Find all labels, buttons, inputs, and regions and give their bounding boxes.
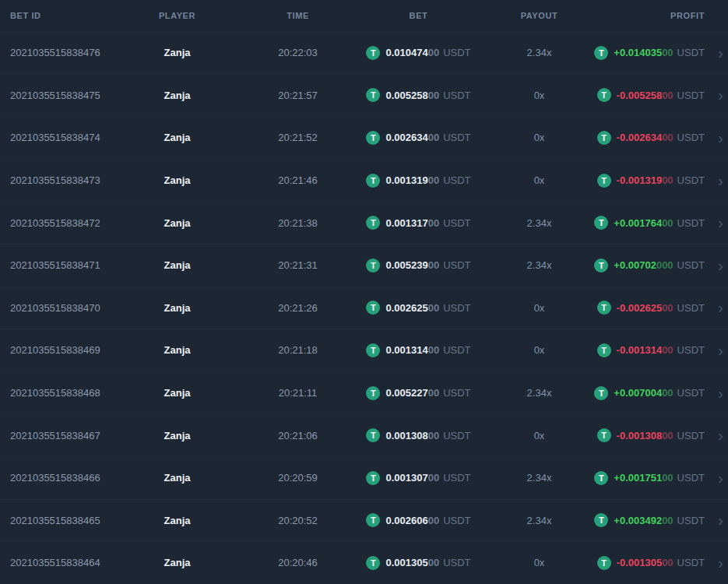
bet-id: 2021035515838469 bbox=[0, 344, 117, 356]
table-row[interactable]: 2021035515838467 Zanja 20:21:06 T 0.0013… bbox=[0, 413, 728, 456]
currency-label: USDT bbox=[443, 259, 470, 271]
table-row[interactable]: 2021035515838471 Zanja 20:21:31 T 0.0052… bbox=[0, 244, 728, 287]
payout-multiplier: 0x bbox=[479, 90, 600, 101]
profit-amount: T +0.00700400 USDT › bbox=[600, 386, 728, 400]
profit-amount: T -0.00130500 USDT › bbox=[600, 556, 728, 570]
chevron-right-icon: › bbox=[718, 86, 723, 103]
currency-label: USDT bbox=[443, 515, 470, 526]
tether-icon: T bbox=[366, 174, 380, 188]
bet-amount-value: 0.001307 bbox=[385, 472, 427, 484]
currency-label: USDT bbox=[443, 132, 470, 143]
table-row[interactable]: 2021035515838475 Zanja 20:21:57 T 0.0052… bbox=[0, 74, 728, 117]
bet-amount-trailing-zeros: 00 bbox=[428, 259, 439, 271]
profit-amount-value: -0.002634 bbox=[617, 132, 663, 143]
bet-amount-value: 0.001308 bbox=[385, 430, 427, 442]
bet-amount-trailing-zeros: 00 bbox=[428, 387, 439, 399]
table-row[interactable]: 2021035515838466 Zanja 20:20:59 T 0.0013… bbox=[0, 456, 728, 499]
currency-label: USDT bbox=[677, 344, 705, 356]
tether-icon: T bbox=[366, 301, 380, 315]
payout-multiplier: 0x bbox=[479, 344, 600, 356]
bet-amount-value: 0.002634 bbox=[385, 132, 427, 143]
profit-amount: T +0.01403500 USDT › bbox=[600, 46, 728, 60]
payout-multiplier: 2.34x bbox=[479, 217, 600, 229]
bet-amount-trailing-zeros: 00 bbox=[428, 302, 439, 314]
chevron-right-icon: › bbox=[718, 427, 723, 443]
table-row[interactable]: 2021035515838470 Zanja 20:21:26 T 0.0026… bbox=[0, 287, 728, 329]
currency-label: USDT bbox=[443, 387, 470, 399]
tether-icon: T bbox=[594, 259, 608, 273]
profit-amount-trailing-zeros: 00 bbox=[662, 132, 673, 143]
bet-id: 2021035515838475 bbox=[0, 90, 117, 101]
bet-amount-trailing-zeros: 00 bbox=[428, 472, 439, 484]
bet-amount-trailing-zeros: 00 bbox=[428, 132, 439, 143]
tether-icon: T bbox=[597, 131, 611, 145]
bet-time: 20:21:18 bbox=[237, 344, 358, 356]
table-row[interactable]: 2021035515838472 Zanja 20:21:38 T 0.0013… bbox=[0, 201, 728, 244]
bet-amount-value: 0.005258 bbox=[385, 90, 427, 101]
profit-amount-trailing-zeros: 00 bbox=[662, 47, 673, 58]
tether-icon: T bbox=[366, 46, 380, 60]
bet-amount-value: 0.005239 bbox=[385, 259, 427, 271]
tether-icon: T bbox=[597, 556, 611, 570]
bet-amount-value: 0.002625 bbox=[385, 302, 427, 314]
column-header-time: TIME bbox=[237, 11, 358, 20]
table-body: 2021035515838476 Zanja 20:22:03 T 0.0104… bbox=[0, 31, 728, 584]
currency-label: USDT bbox=[677, 90, 705, 101]
bet-time: 20:21:46 bbox=[237, 174, 358, 186]
table-row[interactable]: 2021035515838468 Zanja 20:21:11 T 0.0052… bbox=[0, 371, 728, 414]
bet-id: 2021035515838464 bbox=[0, 557, 117, 568]
profit-amount-value: +0.007004 bbox=[614, 387, 662, 399]
player-name: Zanja bbox=[117, 472, 237, 484]
currency-label: USDT bbox=[443, 302, 470, 314]
profit-amount-value: +0.00702 bbox=[614, 259, 656, 271]
bet-time: 20:21:31 bbox=[237, 259, 358, 271]
bet-amount-trailing-zeros: 00 bbox=[428, 430, 439, 442]
bet-amount: T 0.00262500 USDT bbox=[358, 301, 479, 315]
bet-time: 20:21:52 bbox=[237, 132, 358, 143]
bet-amount: T 0.01047400 USDT bbox=[358, 46, 479, 60]
bet-time: 20:22:03 bbox=[237, 47, 358, 58]
table-row[interactable]: 2021035515838476 Zanja 20:22:03 T 0.0104… bbox=[0, 31, 728, 74]
currency-label: USDT bbox=[677, 557, 705, 568]
profit-amount-trailing-zeros: 00 bbox=[662, 557, 673, 568]
bet-amount-trailing-zeros: 00 bbox=[428, 90, 439, 101]
table-row[interactable]: 2021035515838464 Zanja 20:20:46 T 0.0013… bbox=[0, 541, 728, 584]
bet-amount: T 0.00131900 USDT bbox=[358, 174, 479, 188]
bet-time: 20:20:46 bbox=[237, 557, 358, 568]
chevron-right-icon: › bbox=[718, 342, 723, 358]
profit-amount-trailing-zeros: 00 bbox=[662, 174, 673, 186]
payout-multiplier: 2.34x bbox=[479, 259, 600, 271]
bet-id: 2021035515838476 bbox=[0, 47, 117, 58]
table-row[interactable]: 2021035515838474 Zanja 20:21:52 T 0.0026… bbox=[0, 116, 728, 159]
bet-amount: T 0.00130800 USDT bbox=[358, 428, 479, 442]
table-row[interactable]: 2021035515838469 Zanja 20:21:18 T 0.0013… bbox=[0, 329, 728, 371]
tether-icon: T bbox=[597, 428, 611, 442]
profit-amount-value: -0.001314 bbox=[617, 344, 663, 356]
bet-id: 2021035515838465 bbox=[0, 515, 117, 526]
currency-label: USDT bbox=[677, 132, 705, 143]
player-name: Zanja bbox=[117, 217, 237, 229]
currency-label: USDT bbox=[677, 387, 705, 399]
profit-amount: T +0.00176400 USDT › bbox=[600, 216, 728, 230]
profit-amount-value: -0.001319 bbox=[617, 174, 663, 186]
bet-id: 2021035515838473 bbox=[0, 174, 117, 186]
bet-amount: T 0.00525800 USDT bbox=[358, 88, 479, 102]
currency-label: USDT bbox=[443, 47, 470, 58]
payout-multiplier: 2.34x bbox=[479, 47, 600, 58]
table-row[interactable]: 2021035515838473 Zanja 20:21:46 T 0.0013… bbox=[0, 159, 728, 202]
bet-amount-trailing-zeros: 00 bbox=[428, 557, 439, 568]
tether-icon: T bbox=[366, 386, 380, 400]
currency-label: USDT bbox=[443, 472, 470, 484]
bet-time: 20:20:52 bbox=[237, 515, 358, 526]
payout-multiplier: 2.34x bbox=[479, 515, 600, 526]
profit-amount: T -0.00263400 USDT › bbox=[600, 131, 728, 145]
bet-id: 2021035515838470 bbox=[0, 302, 117, 314]
bet-amount-trailing-zeros: 00 bbox=[428, 217, 439, 229]
payout-multiplier: 0x bbox=[479, 174, 600, 186]
profit-amount-value: -0.001308 bbox=[617, 430, 663, 442]
bet-id: 2021035515838467 bbox=[0, 430, 117, 442]
table-row[interactable]: 2021035515838465 Zanja 20:20:52 T 0.0026… bbox=[0, 499, 728, 542]
profit-amount: T -0.00525800 USDT › bbox=[600, 88, 728, 102]
payout-multiplier: 0x bbox=[479, 302, 600, 314]
column-header-profit: PROFIT bbox=[600, 11, 728, 20]
